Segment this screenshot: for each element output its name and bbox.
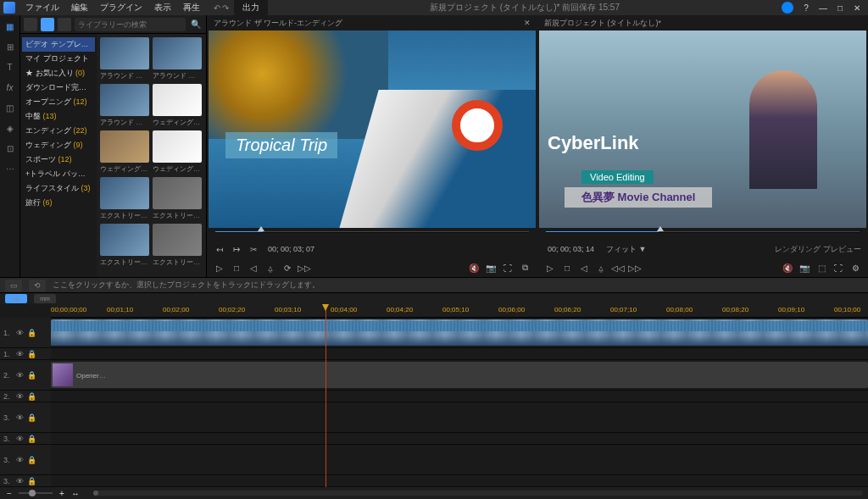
timeline-subtrack[interactable]: 3.👁🔒 (0, 433, 868, 445)
title-clip[interactable]: Opener… (51, 362, 868, 388)
template-thumb[interactable]: ウェディング-エンディング (153, 84, 202, 127)
prog-snapshot-icon[interactable]: 📷 (798, 262, 810, 274)
tree-item[interactable]: オープニング (12) (22, 95, 95, 109)
track-lock-icon[interactable]: 🔒 (27, 350, 36, 358)
template-thumb[interactable]: アラウンド ザ ワールド-… (100, 84, 149, 127)
stop-icon[interactable]: □ (231, 262, 242, 274)
snap-ms-button[interactable]: ms (5, 294, 27, 303)
library-search-input[interactable] (75, 18, 186, 31)
prog-ffwd-icon[interactable]: ▷▷ (629, 262, 641, 274)
template-thumb[interactable]: エクストリーム スポーツ-… (100, 177, 149, 220)
timeline-track[interactable]: 3.👁🔒 (0, 402, 868, 433)
tool-fx-icon[interactable]: fx (3, 80, 18, 95)
close-icon[interactable]: ✕ (849, 2, 865, 14)
snapshot-icon[interactable]: 📷 (485, 262, 497, 274)
loop-icon[interactable]: ⟳ (281, 262, 293, 274)
prog-rewind-icon[interactable]: ◁◁ (612, 262, 624, 274)
menu-plugin[interactable]: プラグイン (95, 0, 147, 15)
tool-overlay-icon[interactable]: ◈ (3, 120, 18, 136)
preview-fit-dropdown[interactable]: フィット ▼ (606, 244, 646, 255)
play-icon[interactable]: ▷ (214, 262, 225, 274)
track-visibility-icon[interactable]: 👁 (16, 435, 25, 443)
prog-settings-icon[interactable]: ⚙ (849, 262, 861, 274)
help-icon[interactable]: ? (798, 2, 814, 14)
template-thumb[interactable]: エクストリーム スポーツ-… (153, 177, 202, 220)
track-lock-icon[interactable]: 🔒 (27, 371, 36, 380)
fullscreen-icon[interactable]: ⛶ (502, 262, 514, 274)
preview-source-scrubber[interactable] (209, 228, 536, 240)
user-avatar-icon[interactable] (782, 2, 793, 14)
zoom-in-icon[interactable]: + (58, 489, 66, 498)
template-thumb[interactable]: ウェディング-中盤 (153, 130, 202, 174)
prog-3d-icon[interactable]: ⬚ (815, 262, 827, 274)
redo-icon[interactable]: ↷ (222, 3, 229, 13)
timeline-mode-icon[interactable]: ▭ (5, 280, 22, 291)
preview-source-video[interactable]: Tropical Trip (209, 30, 536, 228)
view-grid-icon[interactable] (41, 18, 54, 31)
render-preview-label[interactable]: レンダリング プレビュー (775, 244, 861, 255)
step-back-icon[interactable]: ↤ (214, 243, 225, 255)
tree-item[interactable]: 旅行 (6) (22, 196, 95, 210)
track-visibility-icon[interactable]: 👁 (16, 456, 25, 464)
timeline-subtrack[interactable]: 1.👁🔒 (0, 348, 868, 360)
menu-file[interactable]: ファイル (20, 0, 64, 15)
tool-media-icon[interactable]: ▦ (3, 19, 18, 34)
track-visibility-icon[interactable]: 👁 (16, 413, 25, 422)
tree-item[interactable]: ★ お気に入り (0) (22, 66, 95, 80)
track-lock-icon[interactable]: 🔒 (27, 477, 36, 485)
tree-item[interactable]: 中盤 (13) (22, 109, 95, 124)
mute-icon[interactable]: 🔇 (468, 262, 480, 274)
snap-mm-button[interactable]: mm (34, 294, 56, 303)
prog-next-icon[interactable]: ⍙ (595, 262, 607, 274)
search-icon[interactable]: 🔍 (189, 18, 203, 31)
track-lock-icon[interactable]: 🔒 (27, 435, 36, 443)
tool-more-icon[interactable]: ⋯ (3, 161, 18, 176)
menu-edit[interactable]: 編集 (66, 0, 93, 15)
preview-source-close-icon[interactable]: ✕ (524, 19, 531, 27)
preview-program-video[interactable]: CyberLink Video Editing 色異夢 Movie Channe… (539, 30, 866, 228)
timeline-track[interactable]: 3.👁🔒 (0, 445, 868, 475)
prog-prev-icon[interactable]: ◁ (578, 262, 590, 274)
popout-icon[interactable]: ⧉ (519, 262, 531, 274)
prog-mute-icon[interactable]: 🔇 (782, 262, 793, 274)
timeline-ruler[interactable]: 00;00;00;0000;01;1000;02;0000;02;2000;03… (51, 304, 868, 318)
cut-icon[interactable]: ✂ (248, 243, 259, 255)
track-lock-icon[interactable]: 🔒 (27, 413, 36, 422)
fit-timeline-icon[interactable]: ↔ (71, 489, 80, 498)
video-clip[interactable] (51, 319, 868, 346)
tool-text-icon[interactable]: T (3, 59, 18, 75)
minimize-icon[interactable]: — (815, 2, 831, 14)
track-visibility-icon[interactable]: 👁 (16, 371, 25, 380)
maximize-icon[interactable]: □ (832, 2, 848, 14)
track-lock-icon[interactable]: 🔒 (27, 392, 36, 401)
track-lock-icon[interactable]: 🔒 (27, 329, 36, 337)
playhead[interactable] (326, 304, 326, 487)
tree-item[interactable]: ライフスタイル (3) (22, 181, 95, 196)
track-visibility-icon[interactable]: 👁 (16, 350, 25, 358)
tool-transition-icon[interactable]: ◫ (3, 100, 18, 115)
undo-icon[interactable]: ↶ (214, 3, 220, 13)
timeline-track[interactable]: 2.👁🔒Opener… (0, 360, 868, 391)
tool-templates-icon[interactable]: ⊞ (3, 39, 18, 54)
tree-item[interactable]: マイ プロジェクト (22, 52, 95, 66)
tree-item[interactable]: ウェディング (9) (22, 138, 95, 152)
zoom-slider[interactable] (19, 492, 53, 494)
output-button[interactable]: 出力 (234, 0, 268, 15)
timeline-hscroll[interactable] (93, 491, 863, 496)
timeline-link-icon[interactable]: ⟲ (29, 280, 46, 291)
template-thumb[interactable]: アラウンド ザ ワールド-… (153, 37, 202, 80)
template-thumb[interactable]: アラウンド ザ ワールド-… (100, 37, 149, 80)
track-lock-icon[interactable]: 🔒 (27, 456, 36, 464)
track-visibility-icon[interactable]: 👁 (16, 392, 25, 401)
step-fwd-icon[interactable]: ↦ (231, 243, 242, 255)
menu-play[interactable]: 再生 (178, 0, 205, 15)
timeline-track[interactable]: 1.👁🔒 (0, 318, 868, 348)
preview-program-scrubber[interactable] (539, 228, 866, 240)
menu-view[interactable]: 表示 (149, 0, 176, 15)
prog-fullscreen-icon[interactable]: ⛶ (832, 262, 844, 274)
tool-subtitle-icon[interactable]: ⊡ (3, 141, 18, 156)
template-thumb[interactable]: エクストリーム スポー… (153, 224, 202, 267)
more-play-icon[interactable]: ▷▷ (298, 262, 310, 274)
tree-item[interactable]: ダウンロード完了 (0) (22, 80, 95, 95)
track-visibility-icon[interactable]: 👁 (16, 329, 25, 337)
